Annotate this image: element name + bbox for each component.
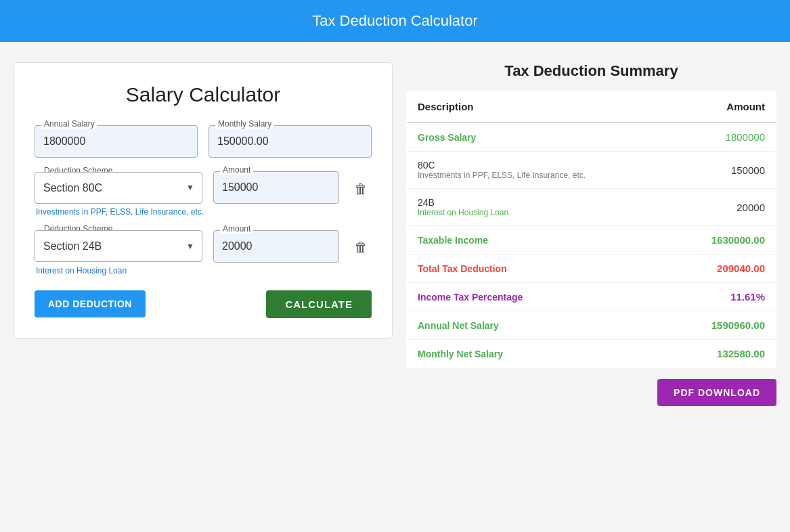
annual-net-desc: Annual Net Salary <box>407 311 671 340</box>
trash-icon-1: 🗑 <box>354 181 368 196</box>
80c-main-desc: 80C <box>418 160 660 171</box>
calculate-button[interactable]: CALCULATE <box>266 290 372 318</box>
24b-sub-desc: Interest on Housing Loan <box>418 208 660 217</box>
annual-salary-label: Annual Salary <box>41 119 97 129</box>
taxable-income-desc: Taxable Income <box>407 226 671 254</box>
deduction1-amount-input[interactable] <box>213 171 339 204</box>
pdf-download-row: PDF DOWNLOAD <box>406 379 776 406</box>
pdf-download-button[interactable]: PDF DOWNLOAD <box>657 379 776 406</box>
80c-amount: 150000 <box>671 152 776 189</box>
24b-amount: 20000 <box>671 189 776 226</box>
annual-salary-input[interactable] <box>35 125 198 158</box>
app-header: Tax Deduction Calculator <box>0 0 790 42</box>
summary-table-header-row: Description Amount <box>407 91 776 123</box>
gross-salary-amount: 1800000 <box>671 123 776 152</box>
salary-inputs-row: Annual Salary Monthly Salary <box>35 125 372 158</box>
monthly-salary-group: Monthly Salary <box>209 125 372 158</box>
deduction1-scheme-group: Deduction Scheme Section 80C Section 24B… <box>35 172 202 204</box>
deduction2-amount-label: Amount <box>220 224 253 234</box>
deduction1-amount-label: Amount <box>220 165 253 175</box>
income-pct-amount: 11.61% <box>671 283 776 311</box>
gross-salary-desc: Gross Salary <box>407 123 671 152</box>
table-row: 24B Interest on Housing Loan 20000 <box>407 189 776 226</box>
summary-panel: Tax Deduction Summary Description Amount… <box>406 62 776 406</box>
deduction1-amount-group: Amount <box>213 171 339 204</box>
col-description-header: Description <box>407 91 671 123</box>
deduction2-scheme-group: Deduction Scheme Section 80C Section 24B… <box>35 230 202 262</box>
deduction2-amount-group: Amount <box>213 230 339 263</box>
summary-table: Description Amount Gross Salary 1800000 … <box>406 91 776 368</box>
taxable-income-amount: 1630000.00 <box>671 226 776 254</box>
monthly-salary-input[interactable] <box>209 125 372 158</box>
calculator-title: Salary Calculator <box>35 83 372 106</box>
col-amount-header: Amount <box>671 91 776 123</box>
deduction-row-1: Deduction Scheme Section 80C Section 24B… <box>35 171 372 204</box>
total-tax-amount: 209040.00 <box>671 254 776 283</box>
annual-salary-group: Annual Salary <box>35 125 198 158</box>
monthly-net-desc: Monthly Net Salary <box>407 340 671 368</box>
monthly-net-amount: 132580.00 <box>671 340 776 368</box>
table-row: Income Tax Percentage 11.61% <box>407 283 776 311</box>
80c-sub-desc: Investments in PPF, ELSS, Life Insurance… <box>418 171 660 180</box>
deduction-row-2: Deduction Scheme Section 80C Section 24B… <box>35 230 372 263</box>
table-row: 80C Investments in PPF, ELSS, Life Insur… <box>407 152 776 189</box>
24b-main-desc: 24B <box>418 197 660 208</box>
deduction1-delete-button[interactable]: 🗑 <box>350 177 372 201</box>
table-row: Annual Net Salary 1590960.00 <box>407 311 776 340</box>
table-row: Total Tax Deduction 209040.00 <box>407 254 776 283</box>
deduction2-amount-input[interactable] <box>213 230 339 263</box>
deduction1-scheme-wrapper: Section 80C Section 24B Section 80D <box>35 172 202 204</box>
80c-desc-cell: 80C Investments in PPF, ELSS, Life Insur… <box>407 152 671 189</box>
deduction2-scheme-select[interactable]: Section 80C Section 24B Section 80D <box>35 230 202 262</box>
deduction2-hint: Interest on Housing Loan <box>36 265 372 277</box>
trash-icon-2: 🗑 <box>354 240 368 254</box>
table-row: Gross Salary 1800000 <box>407 123 776 152</box>
monthly-salary-label: Monthly Salary <box>215 119 274 129</box>
24b-desc-cell: 24B Interest on Housing Loan <box>407 189 671 226</box>
table-row: Monthly Net Salary 132580.00 <box>407 340 776 368</box>
annual-net-amount: 1590960.00 <box>671 311 776 340</box>
app-title: Tax Deduction Calculator <box>312 12 478 29</box>
table-row: Taxable Income 1630000.00 <box>407 226 776 254</box>
summary-title: Tax Deduction Summary <box>406 62 776 80</box>
deduction2-delete-button[interactable]: 🗑 <box>350 236 372 259</box>
add-deduction-button[interactable]: ADD DEDUCTION <box>35 290 146 317</box>
total-tax-desc: Total Tax Deduction <box>407 254 671 283</box>
salary-calculator-panel: Salary Calculator Annual Salary Monthly … <box>14 62 393 339</box>
deduction1-scheme-select[interactable]: Section 80C Section 24B Section 80D <box>35 172 202 204</box>
actions-row: ADD DEDUCTION CALCULATE <box>35 290 372 318</box>
deduction1-hint: Investments in PPF, ELSS, Life Insurance… <box>36 206 372 218</box>
income-pct-desc: Income Tax Percentage <box>407 283 671 311</box>
deduction2-scheme-wrapper: Section 80C Section 24B Section 80D <box>35 230 202 262</box>
